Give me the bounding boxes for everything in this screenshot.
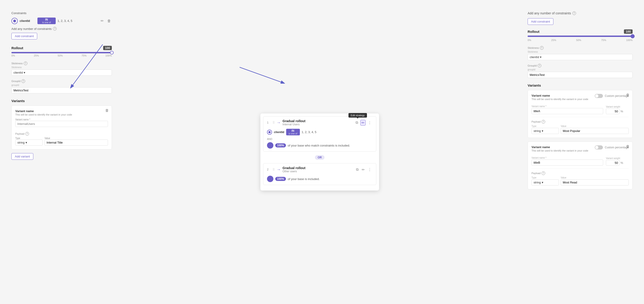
custom-pct-toggle-a[interactable] — [595, 94, 603, 98]
right-rollout-header: Rollout 100 — [528, 29, 632, 34]
rollout-slider[interactable] — [12, 52, 112, 53]
r-label-25: 25% — [551, 39, 556, 41]
payload-type-field: Type string ▾ — [15, 137, 43, 146]
s1-percent: 100% — [275, 143, 286, 148]
right-stickiness-chevron: ▾ — [540, 55, 542, 59]
variant-a-name-weight-row: Variant name * Variant weight % — [532, 105, 629, 114]
slider-thumb[interactable] — [110, 51, 114, 54]
rollout-badge: 100 — [103, 46, 112, 50]
s1-op-sub: is one of — [289, 132, 297, 135]
copy-strategy-1-btn[interactable]: ⧉ — [355, 120, 359, 125]
slider-labels: 0% 25% 50% 75% 100% — [12, 54, 112, 57]
custom-pct-toggle-b[interactable] — [595, 146, 603, 150]
variant-b-weight-input-row: % — [606, 160, 629, 166]
variant-a-name-label: Variant name — [532, 94, 595, 97]
variant-b-name-field-label: Variant name * — [532, 156, 603, 159]
variant-b-header-left: Variant name This will be used to identi… — [532, 146, 595, 154]
payload-type-chevron: ▾ — [26, 141, 27, 144]
stickiness-help-icon: ? — [24, 62, 28, 65]
stickiness-field-label: Stickiness — [12, 66, 112, 69]
payload-section: Payload ? Type string ▾ Value — [15, 132, 108, 146]
variant-name-input[interactable] — [15, 121, 108, 127]
variant-a-type-select[interactable]: string ▾ — [532, 128, 559, 134]
payload-type-select[interactable]: string ▾ — [15, 140, 43, 146]
strategy-1-actions: Edit strategy ⧉ ✏ ⋮ — [355, 120, 372, 126]
stickiness-section: Stickiness ? Stickiness clientId ▾ — [12, 62, 112, 76]
drag-handle-2[interactable]: ⠿ — [272, 168, 275, 171]
constraint-values: 1, 2, 3, 4, 5 — [58, 19, 98, 22]
delete-constraint-btn[interactable]: 🗑 — [106, 18, 112, 23]
right-stickiness-value: clientId — [530, 55, 539, 59]
right-stickiness-select[interactable]: clientId ▾ — [528, 54, 632, 60]
variant-a-name-input[interactable] — [532, 108, 603, 114]
stickiness-select[interactable]: clientId ▾ — [12, 69, 112, 76]
add-variant-btn[interactable]: Add variant — [12, 153, 33, 160]
right-groupid-help: ? — [538, 64, 541, 67]
payload-help-icon: ? — [25, 132, 29, 136]
right-stickiness-label: Stickiness ? — [528, 46, 632, 50]
add-constraint-help-text: Add any number of constraints — [12, 27, 52, 30]
variants-title: Variants — [12, 99, 112, 103]
more-strategy-1-btn[interactable]: ⋮ — [367, 120, 372, 125]
add-constraint-help: Add any number of constraints ? — [12, 27, 112, 30]
right-slider-thumb[interactable] — [630, 34, 635, 38]
variant-b-type-chevron: ▾ — [542, 181, 543, 184]
variant-b-name-desc: This will be used to identify the varian… — [532, 149, 595, 152]
delete-variant-b-btn[interactable]: 🗑 — [626, 145, 630, 149]
strategy-2-number: 2 — [267, 168, 271, 171]
drag-handle-1[interactable]: ⠿ — [272, 121, 275, 125]
left-panel: Constraints clientId IN is one of 1, 2, … — [7, 7, 116, 297]
variant-a-value-label: Value — [561, 125, 629, 127]
edit-strategy-1-btn[interactable]: ✏ — [360, 120, 366, 126]
s1-included-row: 100% of your base who match constraints … — [267, 142, 372, 149]
variant-b-weight-input[interactable] — [606, 160, 620, 166]
s2-percent: 100% — [275, 177, 286, 181]
variant-a-header-right: Custom percentage — [595, 94, 629, 98]
variant-a-type-label: Type — [532, 125, 559, 127]
variant-a-name-field: Variant name * — [532, 105, 603, 114]
copy-strategy-2-btn[interactable]: ⧉ — [355, 167, 360, 172]
variant-b-type-select[interactable]: string ▾ — [532, 179, 559, 185]
right-rollout-slider[interactable] — [528, 35, 632, 37]
constraint-operator: IN — [45, 18, 48, 21]
right-add-constraint-help: ? — [572, 11, 576, 15]
variant-b-payload-row: Type string ▾ Value — [532, 176, 629, 185]
variant-a-value-input[interactable] — [561, 128, 629, 134]
s1-values: 1, 2, 3, 4, 5 — [302, 130, 316, 134]
variant-b-payload-type: Type string ▾ — [532, 176, 559, 185]
right-panel: Add any number of constraints ? Add cons… — [523, 7, 637, 297]
variant-b-name-label: Variant name — [532, 146, 595, 149]
variant-a-weight-input[interactable] — [606, 109, 620, 114]
edit-constraint-btn[interactable]: ✏ — [100, 18, 104, 23]
variant-b-value-input[interactable] — [561, 179, 629, 185]
modal-bottom-spacer — [260, 188, 379, 190]
add-constraint-btn[interactable]: Add constraint — [12, 33, 37, 39]
variant-name-label: Variant name — [15, 109, 108, 113]
right-add-constraint-text: Add any number of constraints ? — [528, 11, 576, 15]
variant-a-weight-field: Variant weight % — [606, 106, 629, 114]
delete-variant-btn[interactable]: 🗑 — [105, 109, 109, 113]
slider-track — [12, 52, 112, 53]
edit-strategy-2-btn[interactable]: ✏ — [361, 167, 366, 172]
delete-variant-a-btn[interactable]: 🗑 — [626, 93, 630, 97]
payload-value-input[interactable] — [44, 140, 108, 146]
more-strategy-2-btn[interactable]: ⋮ — [367, 167, 372, 172]
label-0: 0% — [12, 54, 15, 57]
right-add-constraint-btn[interactable]: Add constraint — [528, 18, 554, 25]
help-icon: ? — [53, 27, 56, 30]
groupid-input[interactable] — [12, 87, 112, 93]
variant-a-payload-type: Type string ▾ — [532, 125, 559, 134]
variant-name-field-label: Variant name * — [15, 118, 108, 121]
r-label-75: 75% — [601, 39, 606, 41]
right-variants-title: Variants — [528, 83, 632, 87]
variant-a-payload-value-field: Value — [561, 125, 629, 134]
variant-b-type-label: Type — [532, 176, 559, 179]
label-25: 25% — [34, 54, 39, 57]
center-panel: 1 ⠿ → Gradual rollout Internal Users Edi… — [116, 7, 523, 297]
variant-b-payload: Payload ? Type string ▾ Value — [532, 171, 629, 185]
constraint-icon — [12, 18, 18, 24]
variant-b-name-input[interactable] — [532, 159, 603, 166]
right-groupid-input[interactable] — [528, 72, 632, 78]
s2-dot — [267, 176, 274, 182]
right-add-constraint-section: Add any number of constraints ? — [528, 11, 632, 15]
